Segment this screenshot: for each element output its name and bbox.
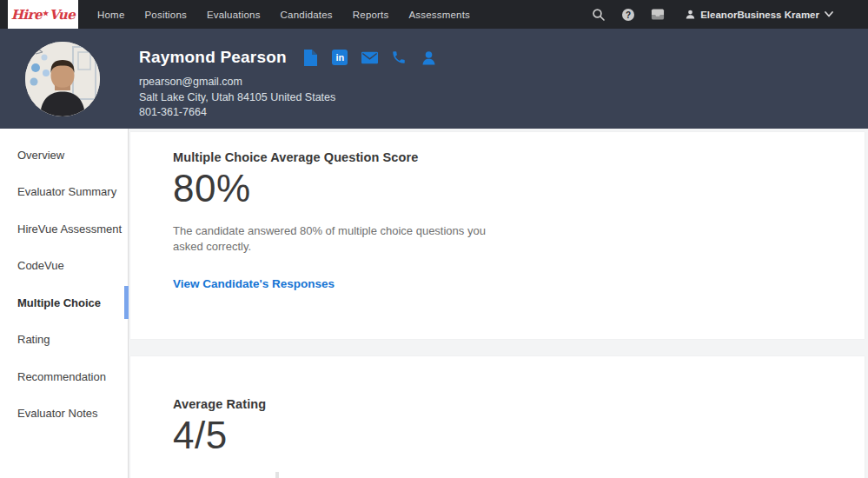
section-sidebar: Overview Evaluator Summary HireVue Asses… xyxy=(0,129,129,478)
candidate-phone: 801-361-7664 xyxy=(139,105,437,121)
inbox-icon[interactable] xyxy=(651,8,665,22)
hirevue-logo[interactable]: Hire★Vue xyxy=(8,0,78,29)
candidate-email: rpearson@gmail.com xyxy=(139,75,437,90)
sidebar-item-recommendation[interactable]: Recommendation xyxy=(0,358,128,395)
user-menu[interactable]: EleanorBusiness Kramer xyxy=(686,10,833,20)
sidebar-item-multiple-choice[interactable]: Multiple Choice xyxy=(0,284,128,322)
logo-star-icon: ★ xyxy=(43,9,49,17)
sidebar-item-evaluator-notes[interactable]: Evaluator Notes xyxy=(0,395,128,433)
average-rating-card-title: Average Rating xyxy=(173,397,865,411)
search-icon[interactable] xyxy=(592,8,606,22)
nav-item-reports[interactable]: Reports xyxy=(353,10,389,20)
nav-item-evaluations[interactable]: Evaluations xyxy=(207,10,261,20)
candidate-info: Raymond Pearson in rpearson@gmail.com Sa… xyxy=(139,48,437,121)
candidate-name: Raymond Pearson xyxy=(139,48,287,67)
sidebar-item-hirevue-assessment[interactable]: HireVue Assessment xyxy=(0,210,128,248)
user-name: EleanorBusiness Kramer xyxy=(700,10,819,20)
view-candidate-responses-link[interactable]: View Candidate's Responses xyxy=(173,277,335,290)
chevron-down-icon xyxy=(825,11,833,17)
active-section-indicator xyxy=(124,286,129,319)
sidebar-item-evaluator-summary[interactable]: Evaluator Summary xyxy=(0,174,128,211)
email-icon[interactable] xyxy=(361,50,378,66)
average-rating-card: Average Rating 4/5 xyxy=(130,356,865,478)
resume-icon[interactable] xyxy=(302,50,319,66)
rating-chart-clipped-element xyxy=(275,472,279,478)
primary-nav: Home Positions Evaluations Candidates Re… xyxy=(97,10,470,20)
multiple-choice-description: The candidate answered 80% of multiple c… xyxy=(173,223,507,255)
candidate-header: Raymond Pearson in rpearson@gmail.com Sa… xyxy=(0,29,868,129)
sidebar-item-codevue[interactable]: CodeVue xyxy=(0,248,128,285)
nav-right-group: ? EleanorBusiness Kramer xyxy=(592,0,868,29)
top-navigation-bar: Hire★Vue Home Positions Evaluations Cand… xyxy=(0,0,868,29)
nav-item-candidates[interactable]: Candidates xyxy=(281,10,333,20)
sidebar-item-rating[interactable]: Rating xyxy=(0,322,128,359)
nav-item-home[interactable]: Home xyxy=(97,10,124,20)
candidate-avatar xyxy=(25,42,100,116)
svg-text:?: ? xyxy=(626,10,631,19)
average-rating-value: 4/5 xyxy=(173,414,865,457)
multiple-choice-score-card: Multiple Choice Average Question Score 8… xyxy=(130,132,865,339)
nav-item-assessments[interactable]: Assessments xyxy=(408,10,470,20)
main-content: Multiple Choice Average Question Score 8… xyxy=(129,129,868,478)
sidebar-item-overview[interactable]: Overview xyxy=(0,136,128,174)
help-icon[interactable]: ? xyxy=(621,8,635,22)
profile-icon[interactable] xyxy=(421,50,437,66)
nav-item-positions[interactable]: Positions xyxy=(144,10,186,20)
multiple-choice-score-value: 80% xyxy=(173,167,865,210)
user-icon xyxy=(686,10,695,19)
multiple-choice-card-title: Multiple Choice Average Question Score xyxy=(173,150,865,164)
hirevue-logo-text: Hire★Vue xyxy=(11,7,76,23)
linkedin-icon[interactable]: in xyxy=(332,50,348,66)
phone-icon[interactable] xyxy=(391,50,407,66)
candidate-address: Salt Lake City, Utah 84105 United States xyxy=(139,90,437,106)
